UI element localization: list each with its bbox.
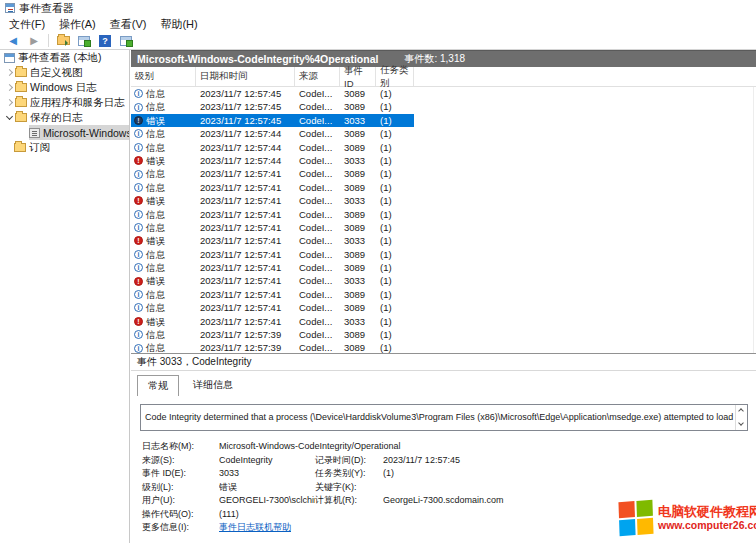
forward-button[interactable]: ▶ bbox=[25, 33, 43, 48]
event-row[interactable]: 信息 2023/11/7 12:57:41 CodeI... 3089 (1) bbox=[131, 208, 414, 221]
column-header-event-id[interactable]: 事件 ID bbox=[340, 67, 376, 86]
event-date: 2023/11/7 12:57:41 bbox=[196, 221, 295, 234]
scroll-up-icon[interactable] bbox=[739, 408, 744, 413]
scroll-down-icon[interactable] bbox=[739, 422, 744, 427]
action-pane-toggle-button[interactable] bbox=[117, 33, 135, 48]
event-row[interactable]: 信息 2023/11/7 12:57:41 CodeI... 3089 (1) bbox=[131, 288, 414, 301]
level-icon bbox=[134, 156, 143, 165]
back-button[interactable]: ◀ bbox=[4, 33, 22, 48]
level-text: 错误 bbox=[146, 154, 165, 167]
event-viewer-app-icon bbox=[5, 3, 15, 13]
event-task-category: (1) bbox=[376, 181, 414, 194]
menu-action[interactable]: 操作(A) bbox=[52, 16, 103, 33]
column-header-task-category[interactable]: 任务类别 bbox=[376, 67, 414, 86]
window-panel-button[interactable] bbox=[75, 33, 93, 48]
event-task-category: (1) bbox=[376, 127, 414, 140]
tree-item-saved-logs[interactable]: 保存的日志 bbox=[0, 110, 129, 125]
event-row[interactable]: 错误 2023/11/7 12:57:44 CodeI... 3033 (1) bbox=[131, 154, 414, 167]
event-row[interactable]: 信息 2023/11/7 12:57:41 CodeI... 3089 (1) bbox=[131, 261, 414, 274]
subscriptions-icon bbox=[14, 143, 26, 152]
event-date: 2023/11/7 12:57:41 bbox=[196, 315, 295, 328]
tree-item-windows-logs[interactable]: Windows 日志 bbox=[0, 80, 129, 95]
field-label-keywords: 关键字(K): bbox=[315, 481, 383, 495]
level-text: 错误 bbox=[146, 315, 165, 328]
menu-view[interactable]: 查看(V) bbox=[103, 16, 154, 33]
event-message-box[interactable]: Code Integrity determined that a process… bbox=[140, 404, 748, 431]
event-task-category: (1) bbox=[376, 154, 414, 167]
content-pane: Microsoft-Windows-CodeIntegrity%4Operati… bbox=[131, 50, 756, 543]
event-row[interactable]: 信息 2023/11/7 12:57:45 CodeI... 3089 (1) bbox=[131, 100, 414, 113]
level-icon bbox=[134, 330, 143, 339]
field-value-source: CodeIntegrity bbox=[219, 454, 315, 468]
event-row[interactable]: 错误 2023/11/7 12:57:41 CodeI... 3033 (1) bbox=[131, 274, 414, 287]
field-label-opcode: 操作代码(O): bbox=[142, 508, 219, 522]
title-bar: 事件查看器 bbox=[0, 0, 756, 16]
level-icon bbox=[134, 223, 143, 232]
tree-item-app-services-logs[interactable]: 应用程序和服务日志 bbox=[0, 95, 129, 110]
event-date: 2023/11/7 12:57:41 bbox=[196, 194, 295, 207]
chevron-right-icon[interactable] bbox=[5, 83, 14, 92]
event-row[interactable]: 信息 2023/11/7 12:57:41 CodeI... 3089 (1) bbox=[131, 167, 414, 180]
event-task-category: (1) bbox=[376, 274, 414, 287]
event-id: 3033 bbox=[340, 114, 376, 127]
event-row[interactable]: 信息 2023/11/7 12:57:41 CodeI... 3089 (1) bbox=[131, 221, 414, 234]
level-icon bbox=[134, 290, 143, 299]
event-id: 3089 bbox=[340, 301, 376, 314]
tree-item-saved-codeintegrity-log[interactable]: Microsoft-Windows-Co bbox=[0, 125, 129, 140]
event-source: CodeI... bbox=[295, 100, 340, 113]
menu-help[interactable]: 帮助(H) bbox=[153, 16, 204, 33]
event-id: 3033 bbox=[340, 194, 376, 207]
event-date: 2023/11/7 12:57:39 bbox=[196, 341, 295, 353]
folder-icon bbox=[15, 83, 27, 92]
tree-item-custom-views[interactable]: 自定义视图 bbox=[0, 65, 129, 80]
field-value-task-category: (1) bbox=[383, 467, 756, 481]
chevron-down-icon[interactable] bbox=[5, 113, 14, 122]
event-row[interactable]: 错误 2023/11/7 12:57:41 CodeI... 3033 (1) bbox=[131, 194, 414, 207]
level-text: 信息 bbox=[146, 328, 165, 341]
event-source: CodeI... bbox=[295, 261, 340, 274]
event-row[interactable]: 信息 2023/11/7 12:57:45 CodeI... 3089 (1) bbox=[131, 87, 414, 100]
level-icon bbox=[134, 183, 143, 192]
event-row[interactable]: 信息 2023/11/7 12:57:39 CodeI... 3089 (1) bbox=[131, 328, 414, 341]
menu-file[interactable]: 文件(F) bbox=[2, 16, 52, 33]
event-date: 2023/11/7 12:57:44 bbox=[196, 154, 295, 167]
event-row[interactable]: 信息 2023/11/7 12:57:41 CodeI... 3089 (1) bbox=[131, 301, 414, 314]
event-row[interactable]: 错误 2023/11/7 12:57:41 CodeI... 3033 (1) bbox=[131, 315, 414, 328]
windows-logo-icon bbox=[618, 500, 653, 536]
event-row[interactable]: 信息 2023/11/7 12:57:44 CodeI... 3089 (1) bbox=[131, 141, 414, 154]
event-row[interactable]: 信息 2023/11/7 12:57:41 CodeI... 3089 (1) bbox=[131, 248, 414, 261]
event-row[interactable]: 信息 2023/11/7 12:57:41 CodeI... 3089 (1) bbox=[131, 181, 414, 194]
tab-details[interactable]: 详细信息 bbox=[183, 375, 243, 395]
folder-icon bbox=[15, 68, 27, 77]
console-tree-toggle-button[interactable] bbox=[54, 33, 72, 48]
level-icon bbox=[134, 236, 143, 245]
chevron-right-icon[interactable] bbox=[5, 68, 14, 77]
event-list[interactable]: 信息 2023/11/7 12:57:45 CodeI... 3089 (1) … bbox=[131, 87, 754, 353]
tree-item-event-viewer-local[interactable]: 事件查看器 (本地) bbox=[0, 50, 129, 65]
event-row[interactable]: 错误 2023/11/7 12:57:41 CodeI... 3033 (1) bbox=[131, 234, 414, 247]
event-source: CodeI... bbox=[295, 315, 340, 328]
event-row[interactable]: 错误 2023/11/7 12:57:45 CodeI... 3033 (1) bbox=[131, 114, 414, 127]
event-row[interactable]: 信息 2023/11/7 12:57:44 CodeI... 3089 (1) bbox=[131, 127, 414, 140]
help-button[interactable]: ? bbox=[96, 33, 114, 48]
column-header-level[interactable]: 级别 bbox=[131, 67, 196, 86]
event-task-category: (1) bbox=[376, 221, 414, 234]
level-icon bbox=[134, 317, 143, 326]
toolbar-separator bbox=[48, 34, 49, 47]
tree-item-subscriptions[interactable]: 订阅 bbox=[0, 140, 129, 155]
event-source: CodeI... bbox=[295, 87, 340, 100]
column-header-date[interactable]: 日期和时间 bbox=[196, 67, 295, 86]
event-date: 2023/11/7 12:57:41 bbox=[196, 301, 295, 314]
help-icon: ? bbox=[99, 35, 111, 47]
column-header-source[interactable]: 来源 bbox=[295, 67, 340, 86]
event-row[interactable]: 信息 2023/11/7 12:57:39 CodeI... 3089 (1) bbox=[131, 341, 414, 353]
message-scrollbar[interactable] bbox=[735, 405, 747, 430]
field-label-computer: 计算机(R): bbox=[315, 494, 383, 508]
watermark-title: 电脑软硬件教程网 bbox=[658, 505, 756, 520]
level-icon bbox=[134, 277, 143, 286]
tab-general[interactable]: 常规 bbox=[137, 375, 179, 396]
level-text: 信息 bbox=[146, 181, 165, 194]
chevron-right-icon[interactable] bbox=[5, 98, 14, 107]
level-text: 信息 bbox=[146, 301, 165, 314]
event-date: 2023/11/7 12:57:39 bbox=[196, 328, 295, 341]
